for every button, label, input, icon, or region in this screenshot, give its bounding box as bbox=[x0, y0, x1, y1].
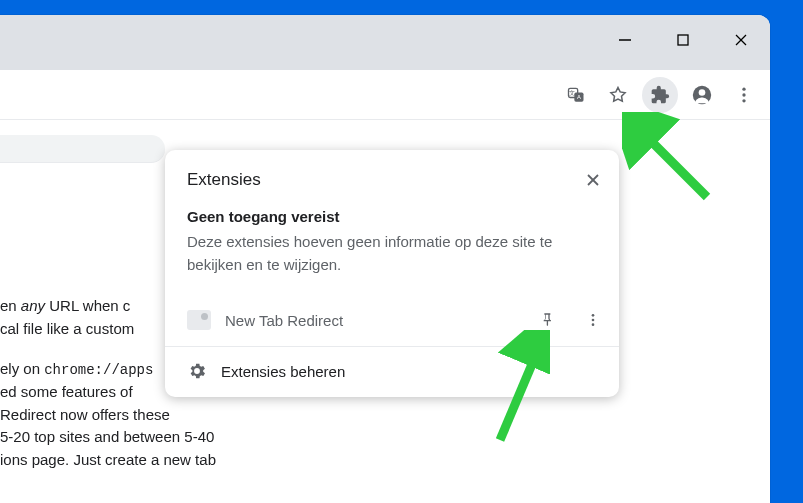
popup-description: Deze extensies hoeven geen informatie op… bbox=[165, 227, 619, 294]
svg-point-9 bbox=[699, 89, 706, 96]
close-button[interactable] bbox=[712, 21, 770, 59]
text-fragment: URL when c bbox=[45, 297, 130, 314]
titlebar bbox=[0, 15, 770, 70]
popup-subheading: Geen toegang vereist bbox=[165, 202, 619, 227]
text-fragment: en bbox=[0, 297, 21, 314]
chrome-window: 文A en any URL when c cal file like a cus… bbox=[0, 15, 770, 503]
maximize-button[interactable] bbox=[654, 21, 712, 59]
address-bar-fragment[interactable] bbox=[0, 135, 165, 163]
star-icon[interactable] bbox=[600, 77, 636, 113]
extension-name: New Tab Redirect bbox=[225, 312, 517, 329]
svg-text:A: A bbox=[577, 94, 581, 100]
window-controls bbox=[596, 21, 770, 59]
extension-row[interactable]: New Tab Redirect bbox=[165, 294, 619, 346]
text-fragment: 5-20 top sites and between 5-40 bbox=[0, 428, 214, 445]
text-fragment: ely on bbox=[0, 360, 44, 377]
minimize-button[interactable] bbox=[596, 21, 654, 59]
svg-point-10 bbox=[742, 87, 745, 90]
manage-extensions-row[interactable]: Extensies beheren bbox=[165, 347, 619, 397]
extension-more-icon[interactable] bbox=[577, 304, 609, 336]
svg-rect-1 bbox=[678, 35, 688, 45]
svg-point-15 bbox=[592, 314, 595, 317]
text-fragment: Redirect now offers these bbox=[0, 406, 170, 423]
kebab-menu-icon[interactable] bbox=[726, 77, 762, 113]
text-code: chrome://apps bbox=[44, 362, 153, 378]
popup-title: Extensies bbox=[187, 170, 261, 190]
svg-point-11 bbox=[742, 93, 745, 96]
manage-extensions-label: Extensies beheren bbox=[221, 363, 345, 380]
text-fragment: cal file like a custom bbox=[0, 320, 134, 337]
text-fragment: ed some features of bbox=[0, 383, 133, 400]
profile-icon[interactable] bbox=[684, 77, 720, 113]
popup-header: Extensies bbox=[165, 150, 619, 202]
svg-point-17 bbox=[592, 323, 595, 326]
popup-close-button[interactable] bbox=[577, 164, 609, 196]
svg-point-16 bbox=[592, 319, 595, 322]
gear-icon bbox=[187, 361, 207, 381]
text-emphasis: any bbox=[21, 297, 45, 314]
svg-point-12 bbox=[742, 99, 745, 102]
translate-icon[interactable]: 文A bbox=[558, 77, 594, 113]
svg-text:文: 文 bbox=[569, 89, 575, 96]
extensions-icon[interactable] bbox=[642, 77, 678, 113]
browser-toolbar: 文A bbox=[0, 70, 770, 120]
extension-app-icon bbox=[187, 310, 211, 330]
pin-icon[interactable] bbox=[531, 304, 563, 336]
text-fragment: ions page. Just create a new tab bbox=[0, 451, 216, 468]
extensions-popup: Extensies Geen toegang vereist Deze exte… bbox=[165, 150, 619, 397]
